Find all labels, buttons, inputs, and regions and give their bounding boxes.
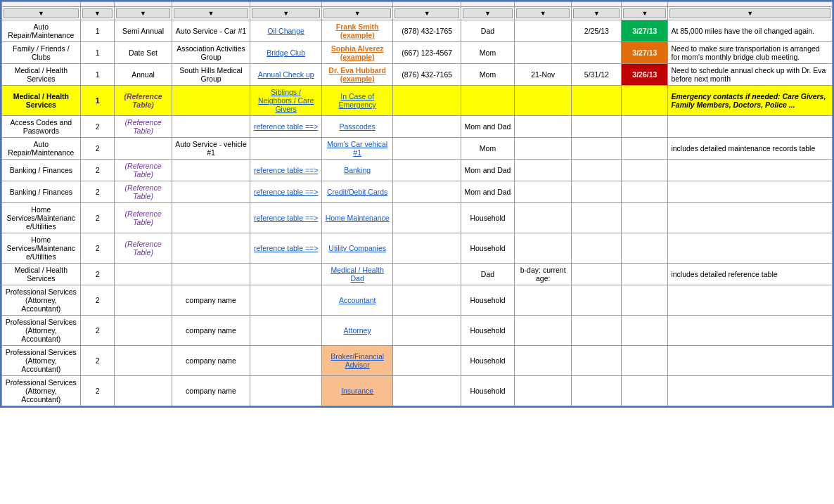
status-text: Semi Annual	[122, 27, 164, 35]
lastcontact-text: 2/25/13	[584, 27, 609, 35]
appt-link[interactable]: Annual Check up	[258, 70, 314, 79]
table-row: Family / Friends / Clubs1Date SetAssocia…	[2, 42, 833, 64]
filter-phone[interactable]: ▼	[394, 8, 458, 18]
filter-appt[interactable]: ▼	[252, 8, 320, 18]
table-row: Professional Services (Attorney, Account…	[2, 285, 833, 316]
table-row: Auto Repair/Maintenance2Auto Service - v…	[2, 138, 833, 160]
family-text: Mom and Dad	[465, 122, 511, 131]
category-text: Family / Friends / Clubs	[13, 44, 70, 61]
contact-link[interactable]: Medical / Health Dad	[331, 266, 384, 283]
family-text: Household	[470, 356, 505, 365]
contact-link[interactable]: Frank Smith (example)	[336, 22, 379, 39]
status-text: Date Set	[129, 49, 158, 57]
category-text: Professional Services (Attorney, Account…	[6, 318, 77, 343]
col-header-company	[172, 2, 250, 7]
category-text: Auto Repair/Maintenance	[8, 22, 74, 39]
category-text: Banking / Finances	[10, 166, 72, 174]
table-row: Medical / Health Services2Medical / Heal…	[2, 264, 833, 285]
appt-link[interactable]: reference table ==>	[254, 166, 318, 174]
contact-link[interactable]: Home Maintenance	[326, 214, 390, 222]
table-row: Home Services/Maintenance/Utilities2(Ref…	[2, 203, 833, 233]
category-text: Medical / Health Services	[13, 92, 69, 109]
priority-text: 2	[96, 122, 100, 131]
contact-link[interactable]: Broker/Financial Advisor	[331, 352, 384, 369]
filter-family[interactable]: ▼	[463, 8, 513, 18]
contact-link[interactable]: Passcodes	[339, 122, 375, 131]
contact-link[interactable]: Mom's Car vehical #1	[327, 140, 387, 157]
contact-link[interactable]: Banking	[344, 166, 371, 174]
priority-text: 2	[96, 356, 100, 365]
family-text: Household	[470, 387, 505, 395]
family-text: Household	[470, 296, 505, 304]
family-text: Mom and Dad	[465, 166, 511, 174]
col-header-phone	[393, 2, 461, 7]
filter-followup[interactable]: ▼	[623, 8, 666, 18]
contact-link[interactable]: Attorney	[344, 326, 371, 335]
priority-text: 2	[96, 270, 100, 278]
category-text: Access Codes and Passwords	[11, 118, 72, 135]
filter-status[interactable]: ▼	[116, 8, 169, 18]
bday-text: 21-Nov	[531, 70, 555, 79]
contact-link[interactable]: Utility Companies	[328, 244, 386, 252]
phone-text: (878) 432-1765	[402, 27, 452, 35]
appt-link[interactable]: Siblings / Neighbors / Care Givers	[258, 88, 314, 113]
header-row	[2, 2, 833, 7]
company-text: company name	[186, 326, 236, 335]
appt-link[interactable]: reference table ==>	[254, 188, 318, 196]
col-header-status	[115, 2, 172, 7]
company-text: company name	[186, 387, 236, 395]
priority-text: 1	[96, 27, 100, 35]
table-row: Banking / Finances2(Reference Table)refe…	[2, 181, 833, 203]
col-header-comments	[668, 2, 833, 7]
family-text: Household	[470, 214, 505, 222]
category-text: Auto Repair/Maintenance	[8, 140, 74, 157]
family-text: Dad	[481, 270, 494, 278]
contact-link[interactable]: Sophia Alverez (example)	[331, 44, 384, 61]
filter-row: ▼ ▼ ▼ ▼ ▼ ▼ ▼ ▼ ▼ ▼ ▼ ▼	[2, 7, 833, 20]
appt-link[interactable]: Oil Change	[267, 27, 304, 35]
contact-link[interactable]: Credit/Debit Cards	[327, 188, 387, 196]
contact-link[interactable]: Insurance	[341, 387, 373, 395]
status-text: Annual	[131, 70, 155, 79]
appt-link[interactable]: Bridge Club	[267, 49, 305, 57]
table-row: Banking / Finances2(Reference Table)refe…	[2, 160, 833, 181]
comments-text: includes detailed maintenance records ta…	[671, 144, 815, 153]
status-text: (Reference Table)	[125, 240, 162, 257]
contact-link[interactable]: Dr. Eva Hubbard (example)	[328, 66, 386, 83]
col-header-category	[2, 2, 81, 7]
comments-text: At 85,000 miles have the oil changed aga…	[671, 27, 814, 35]
comments-text: includes detailed reference table	[671, 270, 777, 278]
table-row: Professional Services (Attorney, Account…	[2, 346, 833, 376]
contact-link[interactable]: In Case of Emergency	[339, 92, 376, 109]
filter-contact[interactable]: ▼	[323, 8, 392, 18]
priority-text: 2	[96, 296, 100, 304]
filter-comments[interactable]: ▼	[669, 8, 830, 18]
appt-link[interactable]: reference table ==>	[254, 214, 318, 222]
phone-text: (667) 123-4567	[402, 49, 452, 57]
filter-bday[interactable]: ▼	[516, 8, 570, 18]
filter-priority[interactable]: ▼	[82, 8, 113, 18]
company-text: Auto Service - vehicle #1	[175, 140, 247, 157]
followup-text: 3/27/13	[632, 27, 657, 35]
lastcontact-text: 5/31/12	[584, 70, 609, 79]
appt-link[interactable]: reference table ==>	[254, 122, 318, 131]
priority-text: 1	[96, 49, 100, 57]
comments-text: Emergency contacts if needed: Care Giver…	[671, 92, 826, 109]
family-text: Mom and Dad	[465, 188, 511, 196]
appt-link[interactable]: reference table ==>	[254, 244, 318, 252]
col-header-contact	[321, 2, 393, 7]
filter-category[interactable]: ▼	[4, 8, 79, 18]
priority-text: 1	[96, 70, 100, 79]
filter-company[interactable]: ▼	[174, 8, 249, 18]
table-row: Medical / Health Services1(Reference Tab…	[2, 86, 833, 116]
category-text: Professional Services (Attorney, Account…	[6, 287, 77, 313]
company-text: Association Activities Group	[177, 44, 245, 61]
category-text: Medical / Health Services	[15, 66, 68, 83]
family-text: Mom	[480, 70, 496, 79]
family-text: Dad	[481, 27, 494, 35]
priority-text: 2	[96, 244, 100, 252]
filter-lastcontact[interactable]: ▼	[573, 8, 620, 18]
category-text: Home Services/Maintenance/Utilities	[7, 205, 75, 231]
company-text: company name	[186, 356, 236, 365]
contact-link[interactable]: Accountant	[339, 296, 376, 304]
